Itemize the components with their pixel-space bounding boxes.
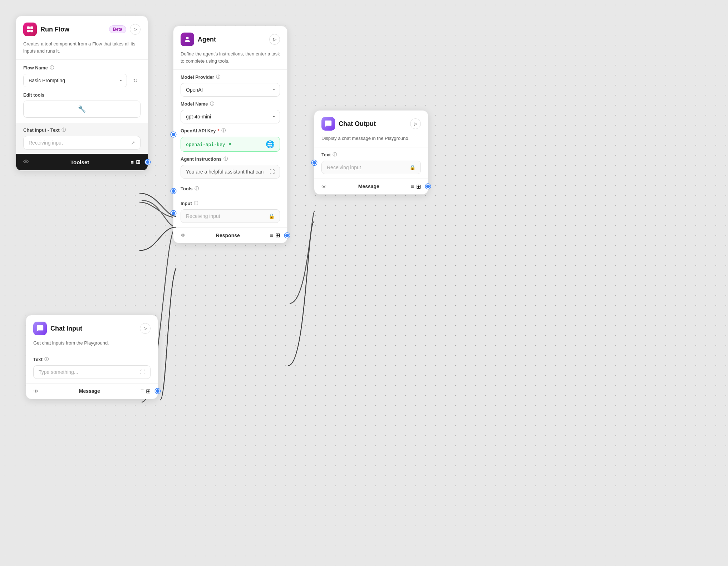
flow-name-info-icon: ⓘ [50, 65, 54, 71]
chat-input-icon [33, 322, 47, 335]
agent-header: Agent ▷ [173, 26, 287, 50]
chat-output-title: Chat Output [339, 120, 407, 128]
tools-input-connector [171, 189, 176, 194]
response-label: Response [216, 233, 240, 238]
model-provider-info-icon: ⓘ [216, 74, 220, 80]
chat-output-text-info-icon: ⓘ [333, 152, 337, 158]
svg-rect-2 [27, 30, 30, 32]
model-name-label: Model Name ⓘ [181, 101, 280, 107]
toolset-icons: ≡ ⊞ [131, 159, 141, 165]
model-provider-select[interactable]: OpenAI [181, 83, 280, 97]
input-label: Input ⓘ [181, 200, 280, 206]
api-key-section: OpenAI API Key * ⓘ openai-api-key ✕ 🌐 [173, 128, 287, 156]
response-grid-icon: ⊞ [275, 232, 280, 239]
chat-output-message-connector [426, 184, 431, 189]
chat-output-header: Chat Output ▷ [314, 111, 428, 135]
api-key-remove-button[interactable]: ✕ [228, 142, 232, 147]
agent-icon [181, 33, 194, 46]
tools-section: Tools ⓘ [173, 183, 287, 199]
agent-run-button[interactable]: ▷ [269, 34, 280, 45]
api-key-content: openai-api-key ✕ [186, 142, 232, 147]
run-flow-title: Run Flow [40, 26, 105, 33]
chat-input-footer: 👁 Message ≡ ⊞ [26, 383, 158, 399]
chat-input-run-button[interactable]: ▷ [140, 323, 151, 334]
chat-output-text-section: Text ⓘ Receiving input 🔒 [314, 147, 428, 179]
api-key-field: openai-api-key ✕ 🌐 [181, 137, 280, 152]
toolset-connector-dot [145, 160, 150, 165]
chat-output-description: Display a chat message in the Playground… [314, 135, 428, 147]
run-flow-header: Run Flow Beta ▷ [16, 16, 148, 40]
agent-footer-icons: 👁 [181, 232, 186, 238]
toolset-menu-icon: ≡ [131, 159, 134, 165]
flow-name-select[interactable]: Basic Prompting [23, 74, 127, 87]
model-provider-label: Model Provider ⓘ [181, 74, 280, 80]
tools-info-icon: ⓘ [195, 186, 199, 192]
agent-instructions-value: You are a helpful assistant that can [186, 169, 264, 175]
response-icons: ≡ ⊞ [270, 232, 280, 239]
edit-tools-input[interactable]: 🔧 [23, 101, 141, 118]
chat-output-footer: 👁 Message ≡ ⊞ [314, 179, 428, 194]
toolset-grid-icon: ⊞ [136, 159, 141, 165]
agent-instructions-field[interactable]: You are a helpful assistant that can ⛶ [181, 165, 280, 179]
api-key-value: openai-api-key [186, 142, 225, 147]
api-key-required: * [217, 128, 219, 133]
input-placeholder: Receiving input [186, 213, 220, 219]
chat-input-placeholder: Receiving input [29, 140, 63, 146]
lock-icon: 🔒 [269, 213, 275, 219]
agent-instructions-label: Agent Instructions ⓘ [181, 156, 280, 162]
model-provider-section: Model Provider ⓘ OpenAI [173, 70, 287, 101]
chat-input-text-field[interactable]: Type something... ⛶ [33, 365, 151, 379]
api-key-label: OpenAI API Key * ⓘ [181, 128, 280, 134]
chat-output-footer-icons: 👁 [321, 184, 327, 190]
flow-name-row: Basic Prompting ↻ [23, 74, 141, 87]
chat-input-eye-icon: 👁 [33, 388, 39, 394]
chat-input-node: Chat Input ▷ Get chat inputs from the Pl… [26, 315, 158, 399]
run-flow-node: Run Flow Beta ▷ Creates a tool component… [16, 16, 148, 171]
chat-input-text-label: Text ⓘ [33, 356, 151, 362]
chat-output-lock-icon: 🔒 [409, 165, 415, 170]
canvas: Run Flow Beta ▷ Creates a tool component… [0, 0, 728, 566]
globe-icon: 🌐 [266, 140, 275, 148]
tools-label: Tools ⓘ [181, 186, 280, 192]
agent-instructions-section: Agent Instructions ⓘ You are a helpful a… [173, 156, 287, 183]
run-flow-description: Creates a tool component from a Flow tha… [16, 40, 148, 59]
flow-name-refresh-button[interactable]: ↻ [130, 75, 141, 86]
chat-input-expand-icon: ⛶ [140, 369, 145, 375]
input-info-icon: ⓘ [194, 200, 198, 206]
agent-title: Agent [198, 36, 266, 43]
svg-point-4 [186, 37, 188, 39]
run-flow-icon [23, 23, 37, 36]
model-name-select[interactable]: gpt-4o-mini [181, 110, 280, 123]
chat-input-description: Get chat inputs from the Playground. [26, 340, 158, 352]
chat-input-grid-icon: ⊞ [146, 388, 151, 395]
chat-input-title: Chat Input [50, 325, 136, 332]
chat-output-menu-icon: ≡ [411, 183, 414, 190]
chat-output-text-placeholder: Receiving input [327, 165, 361, 170]
agent-node: Agent ▷ Define the agent's instructions,… [173, 26, 287, 243]
chat-input-header: Chat Input ▷ [26, 315, 158, 340]
chat-input-message-icons: ≡ ⊞ [141, 388, 151, 395]
agent-footer: 👁 Response ≡ ⊞ [173, 227, 287, 243]
chat-output-text-label: Text ⓘ [321, 152, 421, 158]
svg-rect-0 [27, 26, 30, 29]
edit-tools-section: Edit tools 🔧 [16, 92, 148, 123]
input-field: Receiving input 🔒 [181, 209, 280, 223]
api-key-info-icon: ⓘ [221, 128, 226, 134]
chat-input-arrow-icon: ↗ [131, 140, 135, 146]
chat-input-text-section: Text ⓘ Type something... ⛶ [26, 352, 158, 383]
chat-output-grid-icon: ⊞ [416, 183, 421, 190]
chat-input-message-connector [155, 389, 160, 394]
chat-output-run-button[interactable]: ▷ [410, 118, 421, 129]
chat-input-info-icon: ⓘ [62, 127, 66, 133]
agent-description: Define the agent's instructions, then en… [173, 50, 287, 69]
chat-input-field: Receiving input ↗ [23, 136, 141, 150]
chat-output-text-connector [312, 160, 317, 165]
flow-name-label: Flow Name ⓘ [23, 65, 141, 71]
expand-icon: ⛶ [270, 169, 275, 175]
chat-output-text-field: Receiving input 🔒 [321, 161, 421, 174]
agent-instructions-info-icon: ⓘ [223, 156, 228, 162]
chat-output-icon [321, 117, 335, 131]
run-flow-body: Flow Name ⓘ Basic Prompting ↻ [16, 60, 148, 92]
run-flow-button[interactable]: ▷ [130, 24, 141, 35]
tools-icon: 🔧 [78, 105, 86, 113]
